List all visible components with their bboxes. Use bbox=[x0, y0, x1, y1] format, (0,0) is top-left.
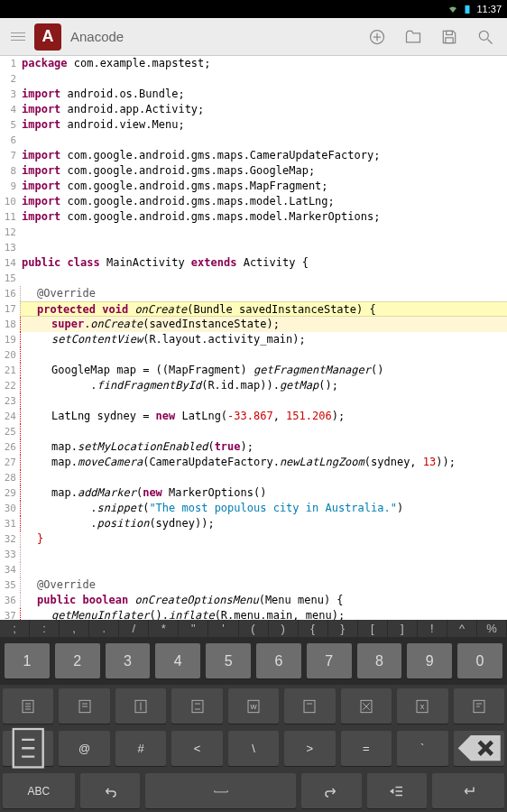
add-icon[interactable] bbox=[368, 28, 386, 46]
undo-key[interactable] bbox=[80, 773, 141, 808]
sym-key[interactable]: ; bbox=[0, 620, 30, 637]
sym-key[interactable]: : bbox=[30, 620, 60, 637]
fn-key[interactable] bbox=[284, 688, 335, 724]
num-key[interactable]: 2 bbox=[55, 643, 100, 678]
redo-key[interactable] bbox=[301, 773, 362, 808]
svg-rect-8 bbox=[192, 700, 203, 713]
fn-key[interactable]: W bbox=[228, 688, 279, 724]
sym-key[interactable]: { bbox=[299, 620, 328, 637]
wifi-icon bbox=[447, 4, 458, 14]
fn-key[interactable] bbox=[171, 688, 222, 724]
op-key[interactable]: \ bbox=[228, 731, 279, 766]
battery-icon bbox=[462, 4, 473, 14]
fn-key[interactable] bbox=[341, 688, 392, 724]
num-key[interactable]: 0 bbox=[457, 643, 502, 678]
line-gutter: 1234567891011121314151617181920212223242… bbox=[0, 56, 20, 620]
num-key[interactable]: 8 bbox=[357, 643, 402, 678]
sym-key[interactable]: . bbox=[89, 620, 119, 637]
status-time: 11:37 bbox=[476, 4, 502, 14]
sym-key[interactable]: / bbox=[119, 620, 149, 637]
app-logo: A bbox=[34, 23, 61, 51]
function-row: W X bbox=[0, 685, 507, 727]
indent-key[interactable] bbox=[367, 773, 428, 808]
op-key[interactable]: > bbox=[284, 731, 335, 766]
bottom-row: ABC bbox=[0, 770, 507, 812]
space-key[interactable] bbox=[145, 773, 295, 808]
num-key[interactable]: 9 bbox=[407, 643, 452, 678]
num-key[interactable]: 1 bbox=[5, 643, 50, 678]
doc-key[interactable] bbox=[3, 731, 53, 766]
fn-key[interactable]: X bbox=[397, 688, 447, 724]
code-area[interactable]: package com.example.mapstest; import and… bbox=[20, 56, 507, 620]
fn-key[interactable] bbox=[3, 688, 53, 724]
fn-key[interactable] bbox=[115, 688, 166, 724]
svg-rect-11 bbox=[304, 700, 315, 713]
num-key[interactable]: 7 bbox=[307, 643, 352, 678]
num-key[interactable]: 6 bbox=[256, 643, 301, 678]
sym-key[interactable]: ] bbox=[388, 620, 418, 637]
enter-key[interactable] bbox=[432, 773, 504, 808]
number-row: 1234567890 bbox=[0, 637, 507, 685]
sym-key[interactable]: ' bbox=[208, 620, 238, 637]
op-key[interactable]: < bbox=[171, 731, 222, 766]
fn-key[interactable] bbox=[59, 688, 109, 724]
open-folder-icon[interactable] bbox=[404, 28, 422, 46]
backspace-key[interactable] bbox=[454, 731, 504, 766]
symbol-row: ;:,./*"'(){}[]!^% bbox=[0, 620, 507, 637]
sym-key[interactable]: ) bbox=[269, 620, 299, 637]
num-key[interactable]: 4 bbox=[155, 643, 200, 678]
sym-key[interactable]: [ bbox=[358, 620, 388, 637]
sym-key[interactable]: % bbox=[477, 620, 507, 637]
sym-key[interactable]: , bbox=[60, 620, 89, 637]
menu-icon[interactable] bbox=[7, 29, 29, 44]
app-title: Anacode bbox=[70, 29, 368, 44]
svg-rect-2 bbox=[447, 31, 453, 34]
app-bar: A Anacode bbox=[0, 18, 507, 56]
svg-text:X: X bbox=[420, 704, 425, 710]
sym-key[interactable]: } bbox=[328, 620, 358, 637]
abc-key[interactable]: ABC bbox=[3, 773, 75, 808]
sym-key[interactable]: " bbox=[179, 620, 208, 637]
fn-key[interactable] bbox=[454, 688, 504, 724]
sym-key[interactable]: ^ bbox=[447, 620, 477, 637]
svg-text:W: W bbox=[250, 703, 257, 711]
svg-point-4 bbox=[479, 31, 488, 40]
op-key[interactable]: = bbox=[341, 731, 392, 766]
svg-rect-0 bbox=[466, 5, 470, 14]
code-editor[interactable]: 1234567891011121314151617181920212223242… bbox=[0, 56, 507, 620]
op-key[interactable]: # bbox=[115, 731, 166, 766]
sym-key[interactable]: ( bbox=[239, 620, 269, 637]
sym-key[interactable]: * bbox=[149, 620, 179, 637]
sym-key[interactable]: ! bbox=[418, 620, 447, 637]
svg-rect-3 bbox=[446, 37, 453, 42]
operator-row: @ # < \ > = ` bbox=[0, 727, 507, 770]
at-key[interactable]: @ bbox=[59, 731, 109, 766]
num-key[interactable]: 5 bbox=[206, 643, 251, 678]
save-icon[interactable] bbox=[440, 28, 458, 46]
num-key[interactable]: 3 bbox=[106, 643, 151, 678]
soft-keyboard: ;:,./*"'(){}[]!^% 1234567890 W X @ # < \… bbox=[0, 620, 507, 812]
status-bar: 11:37 bbox=[0, 0, 507, 18]
op-key[interactable]: ` bbox=[397, 731, 447, 766]
search-icon[interactable] bbox=[476, 28, 494, 46]
